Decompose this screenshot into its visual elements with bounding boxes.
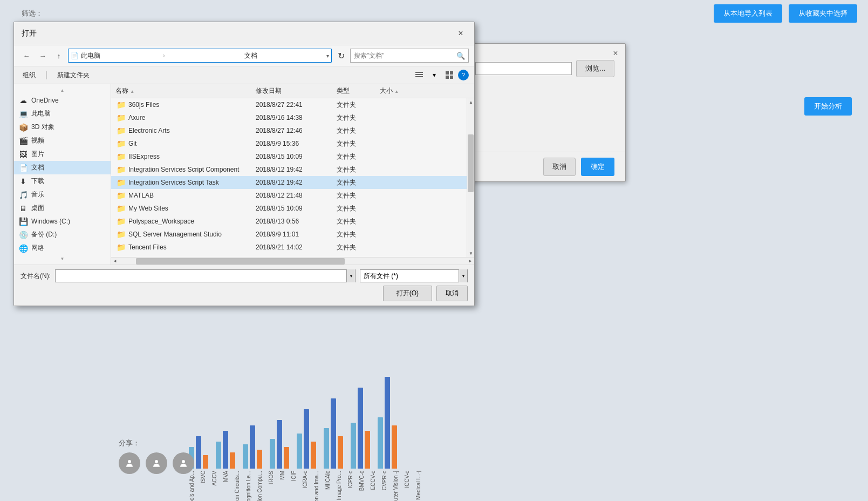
bg-dialog-body: 浏览... bbox=[464, 44, 625, 152]
sidebar-item-documents[interactable]: 📄 文档 bbox=[14, 161, 111, 174]
search-box[interactable]: 🔍 bbox=[350, 49, 469, 63]
share-icon-3[interactable] bbox=[173, 452, 194, 474]
scroll-track[interactable] bbox=[467, 106, 474, 249]
sidebar-item-network[interactable]: 🌐 网络 bbox=[14, 241, 111, 255]
organize-btn[interactable]: 组织 bbox=[19, 69, 39, 82]
bg-cancel-btn[interactable]: 取消 bbox=[543, 158, 576, 176]
col-header-size[interactable]: 大小 ▲ bbox=[375, 86, 408, 96]
file-row[interactable]: 📁 Polyspace_Workspace 2018/8/13 0:56 文件夹 bbox=[111, 215, 474, 228]
col-header-date[interactable]: 修改日期 bbox=[251, 86, 332, 96]
col-header-type[interactable]: 类型 bbox=[332, 86, 375, 96]
scroll-thumb[interactable] bbox=[468, 134, 474, 192]
view-list-btn[interactable] bbox=[413, 69, 426, 82]
file-list-body[interactable]: 📁 360js Files 2018/8/27 22:41 文件夹 📁 Axur… bbox=[111, 98, 474, 257]
share-icon-2[interactable] bbox=[146, 452, 167, 474]
horizontal-scrollbar[interactable]: ◄ ► bbox=[111, 257, 474, 265]
file-row-selected[interactable]: 📁 Integration Services Script Task 2018/… bbox=[111, 176, 474, 189]
help-btn[interactable]: ? bbox=[458, 70, 469, 80]
chart-label-17: ECCV-c bbox=[370, 471, 376, 490]
bg-confirm-btn[interactable]: 确定 bbox=[581, 158, 614, 176]
import-btn[interactable]: 从本地导入列表 bbox=[714, 4, 782, 23]
scroll-down-btn[interactable]: ▼ bbox=[467, 249, 474, 257]
filetype-dropdown-btn[interactable]: ▾ bbox=[459, 269, 467, 282]
folder-icon-8: 📁 bbox=[115, 191, 126, 200]
h-scroll-thumb[interactable] bbox=[136, 258, 345, 265]
h-scroll-left[interactable]: ◄ bbox=[111, 258, 119, 265]
file-row[interactable]: 📁 Axure 2018/9/16 14:38 文件夹 bbox=[111, 111, 474, 124]
sidebar-item-video[interactable]: 🎬 视频 bbox=[14, 134, 111, 147]
new-folder-btn[interactable]: 新建文件夹 bbox=[54, 69, 93, 82]
file-name-4: Git bbox=[128, 140, 136, 147]
analyze-button[interactable]: 开始分析 bbox=[804, 97, 852, 116]
file-type-2: 文件夹 bbox=[332, 113, 375, 123]
sidebar-scroll-down[interactable]: ▼ bbox=[14, 255, 111, 262]
file-date-9: 2018/8/15 10:09 bbox=[251, 205, 332, 212]
file-row[interactable]: 📁 IISExpress 2018/8/15 10:09 文件夹 bbox=[111, 150, 474, 163]
chart-label-7: Image and Vision Compu... bbox=[257, 471, 263, 501]
bar-7 bbox=[243, 444, 248, 469]
file-row[interactable]: 📁 Integration Services Script Component … bbox=[111, 163, 474, 176]
open-btn[interactable]: 打开(O) bbox=[383, 286, 432, 301]
view-tiles-icon bbox=[446, 71, 453, 79]
browse-input[interactable] bbox=[475, 62, 572, 75]
sidebar-item-onedrive[interactable]: ☁ OneDrive bbox=[14, 94, 111, 107]
filename-dropdown-btn[interactable]: ▾ bbox=[346, 269, 355, 282]
file-row[interactable]: 📁 MATLAB 2018/8/12 21:48 文件夹 bbox=[111, 189, 474, 202]
vertical-scrollbar[interactable]: ▲ ▼ bbox=[467, 98, 474, 257]
filename-input[interactable] bbox=[56, 272, 346, 280]
sidebar-item-pictures[interactable]: 🖼 图片 bbox=[14, 147, 111, 161]
scroll-up-arrow: ▲ bbox=[394, 89, 399, 94]
file-name-cell-8: 📁 MATLAB bbox=[111, 191, 251, 200]
chart-labels: Multimedia Tools and Ap... ISVC ACCV MVA… bbox=[189, 469, 857, 501]
search-input[interactable] bbox=[354, 52, 454, 59]
sidebar-item-backup[interactable]: 💿 备份 (D:) bbox=[14, 228, 111, 241]
file-row[interactable]: 📁 360js Files 2018/8/27 22:41 文件夹 bbox=[111, 98, 474, 111]
bar-5 bbox=[223, 431, 228, 469]
col-header-name[interactable]: 名称 ▲ bbox=[111, 86, 251, 96]
documents-icon: 📄 bbox=[18, 164, 28, 172]
refresh-btn[interactable]: ↻ bbox=[334, 49, 348, 63]
chart-label-20: ICCV-c bbox=[404, 471, 410, 488]
back-btn[interactable]: ← bbox=[19, 49, 33, 63]
file-row[interactable]: 📁 Git 2018/9/9 15:36 文件夹 bbox=[111, 137, 474, 150]
file-date-1: 2018/8/27 22:41 bbox=[251, 101, 332, 109]
view-tiles-btn[interactable] bbox=[443, 69, 456, 82]
file-date-3: 2018/8/27 12:46 bbox=[251, 127, 332, 134]
file-row[interactable]: 📁 Electronic Arts 2018/8/27 12:46 文件夹 bbox=[111, 124, 474, 137]
file-name-12: Tencent Files bbox=[128, 243, 167, 251]
file-date-6: 2018/8/12 19:42 bbox=[251, 166, 332, 173]
chart-label-8: IROS bbox=[268, 471, 274, 484]
dialog-close-btn[interactable]: × bbox=[455, 28, 467, 39]
sidebar-item-downloads[interactable]: ⬇ 下载 bbox=[14, 174, 111, 188]
sidebar-scroll-up[interactable]: ▲ bbox=[14, 86, 111, 94]
file-row[interactable]: 📁 Tencent Files 2018/9/21 14:02 文件夹 bbox=[111, 241, 474, 254]
sidebar-item-thispc[interactable]: 💻 此电脑 bbox=[14, 107, 111, 120]
browse-button[interactable]: 浏览... bbox=[576, 60, 614, 77]
up-btn[interactable]: ↑ bbox=[52, 49, 66, 63]
action-bar: 组织 | 新建文件夹 ▾ ? bbox=[14, 66, 474, 84]
sidebar-item-3d[interactable]: 📦 3D 对象 bbox=[14, 120, 111, 134]
forward-btn[interactable]: → bbox=[36, 49, 50, 63]
share-icon-1[interactable] bbox=[119, 452, 140, 474]
h-scroll-track[interactable] bbox=[119, 258, 467, 265]
favorite-btn[interactable]: 从收藏夹中选择 bbox=[789, 4, 857, 23]
scroll-up-btn[interactable]: ▲ bbox=[467, 98, 474, 106]
cancel-dialog-btn[interactable]: 取消 bbox=[436, 286, 468, 301]
path-bar[interactable]: 📄 此电脑 › 文档 ▾ bbox=[68, 49, 332, 63]
file-row[interactable]: 📁 SQL Server Management Studio 2018/9/9 … bbox=[111, 228, 474, 241]
file-row[interactable]: 📁 My Web Sites 2018/8/15 10:09 文件夹 bbox=[111, 202, 474, 215]
view-dropdown-btn[interactable]: ▾ bbox=[428, 69, 441, 82]
file-open-dialog: 打开 × ← → ↑ 📄 此电脑 › 文档 ▾ ↻ 🔍 组织 | 新建文件夹 bbox=[13, 22, 475, 306]
chart-label-10: ICIF bbox=[291, 471, 297, 481]
sidebar-item-music[interactable]: 🎵 音乐 bbox=[14, 188, 111, 201]
bg-dialog-close-btn[interactable]: × bbox=[610, 48, 621, 59]
folder-icon-7: 📁 bbox=[115, 178, 126, 187]
sidebar-item-desktop[interactable]: 🖥 桌面 bbox=[14, 201, 111, 215]
file-date-5: 2018/8/15 10:09 bbox=[251, 153, 332, 160]
chart-label-9: MM bbox=[279, 471, 285, 480]
file-date-7: 2018/8/12 19:42 bbox=[251, 179, 332, 186]
video-icon: 🎬 bbox=[18, 137, 28, 145]
file-name-6: Integration Services Script Component bbox=[128, 166, 239, 173]
sidebar-item-windows[interactable]: 💾 Windows (C:) bbox=[14, 215, 111, 228]
h-scroll-right[interactable]: ► bbox=[467, 258, 474, 265]
